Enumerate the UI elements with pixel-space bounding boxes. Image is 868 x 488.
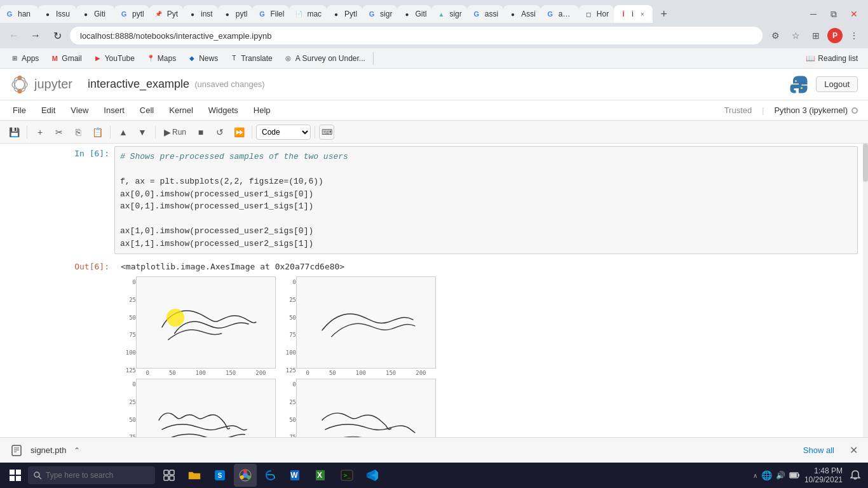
bookmark-maps[interactable]: 📍 Maps [141,53,181,64]
restart-button[interactable]: ↺ [211,123,229,141]
add-cell-button[interactable]: + [31,123,49,141]
tab-active[interactable]: i i × [614,5,653,23]
tab-title-inst: inst [201,10,213,18]
tab-pyt[interactable]: 📌 Pyt [149,5,183,23]
cell-code-content[interactable]: # Shows pre-processed samples of the two… [114,146,858,254]
search-icon[interactable]: ⚙ [766,27,784,44]
menu-kernel[interactable]: Kernel [166,104,196,116]
tab-pytl2[interactable]: ● pytl [218,5,253,23]
scrollbar-thumb[interactable] [863,144,868,182]
tab-issu[interactable]: ● Issu [38,5,76,23]
tab-giti[interactable]: ● Giti [76,5,114,23]
tab-pytl1[interactable]: G pytl [114,5,149,23]
keyboard-shortcuts-button[interactable]: ⌨ [319,125,334,140]
taskbar-search[interactable] [28,466,155,484]
tab-close-active[interactable]: × [637,9,648,19]
tab-assii[interactable]: ● Assi [503,5,541,23]
user-avatar[interactable]: P [827,28,843,43]
taskbar-vscode[interactable] [361,464,384,487]
code-block: # Shows pre-processed samples of the two… [120,151,852,250]
stop-button[interactable]: ■ [192,123,210,141]
bookmark-translate[interactable]: T Translate [224,53,278,64]
paste-cell-button[interactable]: 📋 [88,123,106,141]
scrollbar-track[interactable] [863,144,868,463]
tab-pytl3[interactable]: ● Pytl [327,5,362,23]
tab-favicon-assii: ● [508,10,517,18]
taskbar-terminal[interactable]: >_ [336,464,358,487]
cell-type-select[interactable]: Code Markdown Raw [256,125,311,140]
tray-up-arrow[interactable]: ∧ [753,472,757,479]
tab-assi[interactable]: G assi [467,5,503,23]
file-explorer-icon [188,470,201,481]
tab-inst[interactable]: ● inst [183,5,218,23]
taskbar-datetime[interactable]: 1:48 PM 10/29/2021 [804,466,843,484]
notebook-area[interactable]: In [6]: # Shows pre-processed samples of… [0,144,868,463]
tab-asse[interactable]: G asse [541,5,579,23]
close-button[interactable]: ✕ [845,5,863,23]
menu-right: Trusted | Python 3 (ipykernel) [724,105,858,115]
bookmark-youtube[interactable]: ▶ YouTube [88,53,140,64]
signature-svg-1 [137,277,275,368]
menu-edit[interactable]: Edit [39,104,58,116]
tab-han[interactable]: G han [0,5,38,23]
tab-mac[interactable]: 📄 mac [289,5,327,23]
tab-gitl[interactable]: ● Gitl [397,5,431,23]
menu-cell[interactable]: Cell [137,104,156,116]
svg-point-19 [34,472,39,477]
close-notification-button[interactable]: ✕ [850,444,858,456]
restart-run-button[interactable]: ⏩ [230,123,248,141]
bookmark-apps[interactable]: ⊞ Apps [5,53,44,64]
save-button[interactable]: 💾 [5,123,23,141]
tab-favicon-sigr2: ▲ [437,10,445,18]
extensions-icon[interactable]: ⊞ [807,27,825,44]
taskbar-file-explorer[interactable] [183,464,206,487]
logout-button[interactable]: Logout [816,76,858,92]
taskbar-word[interactable]: W [285,464,308,487]
start-button[interactable] [5,465,25,485]
more-options-icon[interactable]: ⋮ [845,27,863,44]
menu-insert[interactable]: Insert [101,104,127,116]
taskbar-task-view[interactable] [158,464,180,487]
reading-list-button[interactable]: 📖 Reading list [801,53,863,64]
code-line-4: ax[1,0].imshow(processed_user2_sigs[0]) [120,225,852,238]
bookmark-gmail[interactable]: M Gmail [45,53,86,64]
refresh-button[interactable]: ↻ [48,27,66,44]
show-all-button[interactable]: Show all [803,445,834,455]
tab-hor[interactable]: ◻ Hor [579,5,614,23]
forward-button[interactable]: → [27,27,44,44]
menu-widgets[interactable]: Widgets [206,104,241,116]
move-up-button[interactable]: ▲ [114,123,132,141]
menu-view[interactable]: View [68,104,91,116]
tab-sigr1[interactable]: G sigr [362,5,397,23]
minimize-button[interactable]: ─ [804,5,822,23]
taskbar-edge[interactable] [259,464,282,487]
address-input[interactable] [70,27,763,44]
copy-cell-button[interactable]: ⎘ [69,123,87,141]
favorites-icon[interactable]: ☆ [787,27,804,44]
cut-cell-button[interactable]: ✂ [50,123,68,141]
menu-help[interactable]: Help [251,104,273,116]
taskbar-store[interactable]: S [208,464,231,487]
bookmark-news[interactable]: ◆ News [182,53,223,64]
file-chevron-icon[interactable]: ⌃ [74,446,80,455]
svg-text:W: W [290,471,298,480]
tab-sigr2[interactable]: ▲ sigr [431,5,466,23]
network-icon[interactable]: 🌐 [761,470,772,480]
tab-title-active: i [632,10,634,18]
tab-filel[interactable]: G Filel [252,5,289,23]
notification-center-button[interactable] [848,468,863,483]
notebook-title[interactable]: interactive_example [88,78,189,91]
bookmark-survey[interactable]: ◎ A Survey on Under... [279,53,370,64]
taskbar-search-input[interactable] [46,471,147,480]
battery-icon[interactable] [789,470,799,480]
run-button[interactable]: ▶ Run [159,123,191,141]
menu-file[interactable]: File [10,104,29,116]
restore-button[interactable]: ⧉ [825,5,843,23]
new-tab-button[interactable]: + [655,5,673,23]
back-button[interactable]: ← [5,27,23,44]
taskbar-excel[interactable]: X [310,464,333,487]
toolbar-sep-4 [252,126,252,139]
taskbar-chrome[interactable] [234,464,257,487]
move-down-button[interactable]: ▼ [133,123,151,141]
volume-icon[interactable]: 🔊 [776,471,785,480]
